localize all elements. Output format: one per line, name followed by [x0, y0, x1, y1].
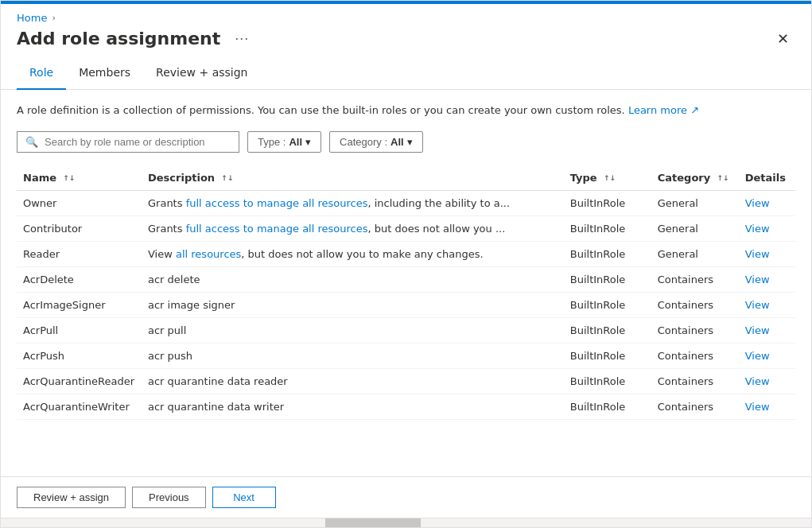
learn-more-link[interactable]: Learn more ↗: [628, 104, 699, 116]
cell-category: Containers: [658, 317, 745, 343]
name-sort[interactable]: ↑↓: [64, 175, 76, 182]
category-filter-label: Category :: [340, 136, 387, 148]
table-header-row: Name ↑↓ Description ↑↓ Type ↑↓ Category …: [17, 165, 795, 191]
cell-details: View: [745, 394, 795, 419]
external-link-icon: ↗: [690, 104, 699, 116]
cell-details: View: [745, 368, 795, 394]
view-details-link[interactable]: View: [745, 299, 770, 311]
desc-sort[interactable]: ↑↓: [222, 175, 234, 182]
col-header-name: Name ↑↓: [17, 165, 148, 191]
content-area: A role definition is a collection of per…: [1, 90, 811, 476]
table-row: AcrPushacr pushBuiltInRoleContainersView: [17, 343, 795, 368]
table-row: OwnerGrants full access to manage all re…: [17, 190, 795, 215]
table-row: ReaderView all resources, but does not a…: [17, 241, 795, 266]
cell-category: Containers: [658, 394, 745, 419]
cell-category: General: [658, 215, 745, 241]
view-details-link[interactable]: View: [745, 197, 770, 209]
cell-type: BuiltInRole: [570, 241, 658, 266]
cell-description: acr quarantine data writer: [148, 394, 570, 419]
cell-type: BuiltInRole: [570, 394, 658, 419]
roles-table: Name ↑↓ Description ↑↓ Type ↑↓ Category …: [17, 165, 795, 420]
cell-category: Containers: [658, 266, 745, 292]
cell-category: General: [658, 190, 745, 215]
review-assign-button[interactable]: Review + assign: [17, 487, 126, 508]
cell-name: AcrImageSigner: [17, 292, 148, 317]
cell-description: acr pull: [148, 317, 570, 343]
cell-category: Containers: [658, 292, 745, 317]
cell-name: AcrPush: [17, 343, 148, 368]
tab-role[interactable]: Role: [17, 56, 66, 90]
cell-type: BuiltInRole: [570, 266, 658, 292]
col-header-description: Description ↑↓: [148, 165, 570, 191]
cell-type: BuiltInRole: [570, 317, 658, 343]
cell-name: AcrPull: [17, 317, 148, 343]
table-row: AcrImageSigneracr image signerBuiltInRol…: [17, 292, 795, 317]
view-details-link[interactable]: View: [745, 401, 770, 413]
category-sort[interactable]: ↑↓: [717, 175, 729, 182]
type-filter-label: Type :: [258, 136, 286, 148]
previous-button[interactable]: Previous: [132, 487, 206, 508]
cell-details: View: [745, 190, 795, 215]
filter-row: 🔍 Type : All ▾ Category : All ▾: [17, 131, 795, 153]
cell-name: Reader: [17, 241, 148, 266]
cell-description: Grants full access to manage all resourc…: [148, 215, 570, 241]
footer-bar: Review + assign Previous Next: [1, 476, 811, 518]
breadcrumb-chevron: ›: [52, 13, 55, 23]
header: Add role assignment ··· ✕: [1, 24, 811, 56]
cell-name: Contributor: [17, 215, 148, 241]
description-text: A role definition is a collection of per…: [17, 103, 795, 118]
cell-category: Containers: [658, 343, 745, 368]
type-filter-button[interactable]: Type : All ▾: [247, 131, 321, 153]
cell-details: View: [745, 241, 795, 266]
view-details-link[interactable]: View: [745, 248, 770, 260]
cell-category: Containers: [658, 368, 745, 394]
close-button[interactable]: ✕: [771, 30, 795, 48]
col-header-details: Details: [745, 165, 795, 191]
cell-description: acr push: [148, 343, 570, 368]
tab-members[interactable]: Members: [66, 56, 143, 90]
cell-details: View: [745, 292, 795, 317]
table-row: AcrQuarantineReaderacr quarantine data r…: [17, 368, 795, 394]
category-filter-chevron: ▾: [407, 136, 413, 148]
main-window: Home › Add role assignment ··· ✕ Role Me…: [0, 0, 812, 528]
view-details-link[interactable]: View: [745, 274, 770, 285]
view-details-link[interactable]: View: [745, 375, 770, 387]
view-details-link[interactable]: View: [745, 350, 770, 362]
tab-review-assign[interactable]: Review + assign: [143, 56, 260, 90]
col-header-category: Category ↑↓: [658, 165, 745, 191]
col-header-type: Type ↑↓: [570, 165, 658, 191]
search-box[interactable]: 🔍: [17, 131, 239, 153]
table-row: ContributorGrants full access to manage …: [17, 215, 795, 241]
cell-details: View: [745, 317, 795, 343]
category-filter-button[interactable]: Category : All ▾: [329, 131, 423, 153]
cell-category: General: [658, 241, 745, 266]
cell-name: AcrDelete: [17, 266, 148, 292]
page-title: Add role assignment: [17, 29, 220, 49]
cell-description: acr delete: [148, 266, 570, 292]
type-filter-value: All: [289, 136, 302, 148]
table-row: AcrDeleteacr deleteBuiltInRoleContainers…: [17, 266, 795, 292]
horizontal-scrollbar[interactable]: [1, 518, 811, 527]
type-filter-chevron: ▾: [305, 136, 311, 148]
horizontal-scrollbar-thumb[interactable]: [325, 518, 421, 528]
cell-type: BuiltInRole: [570, 190, 658, 215]
cell-name: Owner: [17, 190, 148, 215]
table-row: AcrPullacr pullBuiltInRoleContainersView: [17, 317, 795, 343]
tabs-row: Role Members Review + assign: [1, 56, 811, 90]
cell-type: BuiltInRole: [570, 292, 658, 317]
view-details-link[interactable]: View: [745, 324, 770, 336]
ellipsis-button[interactable]: ···: [230, 29, 254, 49]
search-icon: 🔍: [25, 136, 38, 148]
category-filter-value: All: [390, 136, 404, 148]
cell-description: acr quarantine data reader: [148, 368, 570, 394]
type-sort[interactable]: ↑↓: [604, 175, 616, 182]
breadcrumb-home[interactable]: Home: [17, 12, 47, 24]
view-details-link[interactable]: View: [745, 223, 770, 235]
cell-details: View: [745, 266, 795, 292]
next-button[interactable]: Next: [212, 487, 276, 508]
cell-name: AcrQuarantineWriter: [17, 394, 148, 419]
breadcrumb: Home ›: [1, 4, 811, 24]
cell-details: View: [745, 343, 795, 368]
search-input[interactable]: [45, 136, 231, 148]
cell-type: BuiltInRole: [570, 368, 658, 394]
